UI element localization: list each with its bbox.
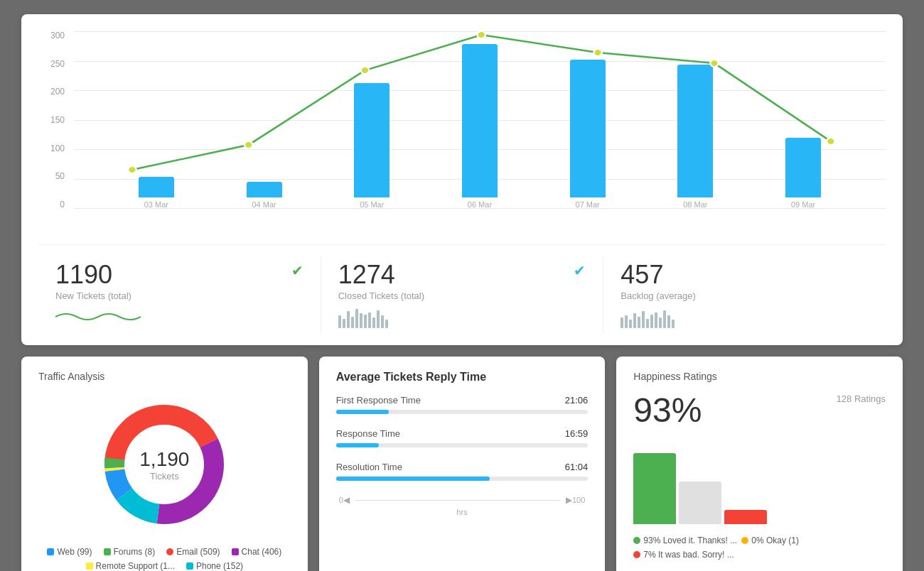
hleg-bad: 7% It was bad. Sorry! ... (633, 550, 734, 560)
legend-chat-label: Chat (406) (242, 547, 282, 557)
svg-point-5 (710, 60, 719, 67)
metric-resolution: Resolution Time 61:04 (336, 462, 589, 481)
stat-backlog: 457 Backlog (average) (603, 256, 886, 334)
bar-bad (724, 510, 767, 524)
line-chart (74, 31, 886, 209)
donut-sublabel: Tickets (139, 471, 189, 482)
closed-tickets-sparkline (338, 307, 586, 328)
email-dot (166, 548, 173, 555)
legend-phone: Phone (152) (186, 561, 243, 571)
y-axis: 300 250 200 150 100 50 0 (38, 31, 70, 209)
first-response-label: First Response Time (336, 395, 421, 406)
happiness-legend: 93% Loved it. Thanks! ... 0% Okay (1) 7%… (633, 535, 886, 560)
reply-time-panel: Average Tickets Reply Time First Respons… (319, 357, 606, 571)
svg-point-0 (128, 166, 136, 173)
stats-row: 1190 New Tickets (total) ✔ 1274 Closed (38, 244, 886, 334)
resolution-label: Resolution Time (336, 462, 402, 472)
response-bar-bg (336, 443, 589, 447)
resolution-bar-fill (336, 477, 490, 481)
bad-dot (633, 551, 640, 558)
hleg-loved: 93% Loved it. Thanks! ... (633, 535, 737, 545)
hleg-okay: 0% Okay (1) (741, 535, 799, 545)
svg-point-3 (478, 31, 486, 38)
donut-value: 1,190 (139, 448, 189, 471)
bar-loved (633, 453, 676, 524)
axis-left-arrow: ◀ (343, 495, 350, 505)
happiness-header: 93% 128 Ratings (633, 393, 886, 428)
ratings-count: 128 Ratings (837, 393, 886, 404)
forums-dot (104, 548, 111, 555)
response-label: Response Time (336, 428, 400, 439)
response-bar-fill (336, 443, 379, 447)
first-response-bar-fill (336, 410, 389, 414)
axis-max: 100 (572, 496, 585, 504)
legend-web-label: Web (99) (57, 547, 92, 557)
phone-dot (186, 562, 193, 570)
reply-time-title: Average Tickets Reply Time (336, 371, 589, 384)
check-circle-blue-icon: ✔ (574, 262, 586, 279)
svg-point-4 (593, 49, 602, 56)
resolution-value: 61:04 (565, 462, 589, 472)
okay-label: 0% Okay (1) (751, 535, 799, 545)
remote-dot (86, 562, 93, 570)
happiness-percentage: 93% (633, 393, 702, 428)
donut-chart: 1,190 Tickets (93, 393, 235, 535)
stat-closed-tickets: 1274 Closed Tickets (total) ✔ (321, 256, 604, 334)
loved-label: 93% Loved it. Thanks! ... (643, 535, 737, 545)
legend-remote: Remote Support (1... (86, 561, 175, 571)
legend-remote-label: Remote Support (1... (96, 561, 175, 571)
traffic-panel: Traffic Analysis (21, 357, 308, 571)
stat-new-tickets: 1190 New Tickets (total) ✔ (38, 256, 321, 334)
svg-point-1 (245, 141, 253, 148)
y-label-200: 200 (50, 87, 65, 96)
web-dot (47, 548, 54, 555)
legend-forums: Forums (8) (104, 547, 156, 557)
donut-container: 1,190 Tickets Web (99) Forums (8) (38, 393, 291, 571)
legend-chat: Chat (406) (232, 547, 282, 557)
legend-phone-label: Phone (152) (196, 561, 243, 571)
bad-label: 7% It was bad. Sorry! ... (643, 550, 734, 560)
metric-response: Response Time 16:59 (336, 428, 589, 447)
chart-area: 300 250 200 150 100 50 0 (38, 31, 886, 230)
okay-dot (741, 537, 748, 544)
stat-label-backlog: Backlog (average) (621, 290, 696, 301)
response-value: 16:59 (565, 428, 589, 439)
stat-value-new: 1190 (55, 262, 131, 288)
axis-unit: hrs (336, 508, 589, 516)
dashboard: 300 250 200 150 100 50 0 (21, 14, 903, 571)
first-response-value: 21:06 (565, 395, 589, 406)
legend-email-label: Email (509) (176, 547, 220, 557)
y-label-100: 100 (50, 144, 65, 153)
axis-line (355, 500, 560, 501)
axis-right-arrow: ▶ (566, 495, 572, 505)
timeline-axis: 0 ◀ ▶ 100 (336, 495, 589, 505)
stat-value-backlog: 457 (621, 262, 696, 288)
y-label-0: 0 (60, 200, 65, 209)
traffic-title: Traffic Analysis (38, 371, 291, 382)
legend-email: Email (509) (166, 547, 220, 557)
happiness-panel: Happiness Ratings 93% 128 Ratings 93% Lo… (616, 357, 903, 571)
happiness-title: Happiness Ratings (633, 371, 886, 382)
happiness-bars (633, 439, 886, 524)
legend-forums-label: Forums (8) (114, 547, 156, 557)
y-label-300: 300 (50, 31, 65, 40)
first-response-bar-bg (336, 410, 589, 414)
top-card: 300 250 200 150 100 50 0 (21, 14, 903, 345)
stat-value-closed: 1274 (338, 262, 424, 288)
bar-okay (679, 482, 721, 524)
stat-label-closed: Closed Tickets (total) (338, 290, 424, 301)
svg-point-6 (827, 138, 835, 145)
chart-inner: 03 Mar04 Mar05 Mar06 Mar07 Mar08 Mar09 M… (74, 31, 886, 230)
backlog-sparkline (621, 307, 869, 328)
metric-first-response: First Response Time 21:06 (336, 395, 589, 414)
chat-dot (232, 548, 239, 555)
new-tickets-sparkline (55, 307, 303, 327)
y-label-150: 150 (50, 116, 65, 124)
traffic-legend: Web (99) Forums (8) Email (509) Chat (40… (38, 547, 291, 571)
stat-label-new: New Tickets (total) (55, 290, 131, 301)
resolution-bar-bg (336, 477, 589, 481)
loved-dot (633, 537, 640, 544)
svg-point-2 (361, 67, 370, 74)
y-label-250: 250 (50, 60, 65, 68)
y-label-50: 50 (55, 172, 65, 180)
